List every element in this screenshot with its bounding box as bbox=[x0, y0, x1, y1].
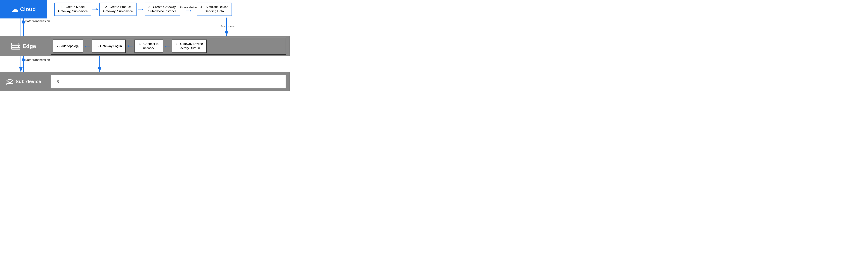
subdevice-icon bbox=[6, 78, 14, 85]
cloud-step-2: 2 - Create Product Gateway, Sub-device bbox=[99, 3, 136, 16]
cloud-row: ☁ Cloud 1 - Create Model Gateway, Sub-de… bbox=[0, 0, 290, 19]
cloud-step-4: 4 – Simulate Device Sending Data bbox=[197, 3, 232, 16]
arrow-c3-c4 bbox=[186, 9, 191, 12]
arrow-c1-c2 bbox=[92, 7, 98, 11]
subdevice-row: Sub-device 8 - bbox=[0, 72, 290, 91]
arrow-e5-e4 bbox=[164, 45, 170, 48]
cloud-label-text: Cloud bbox=[20, 6, 36, 12]
svg-rect-28 bbox=[7, 84, 8, 84]
subdevice-label: Sub-device bbox=[0, 72, 47, 91]
edge-step-6: 6 - Gateway Log in bbox=[92, 39, 126, 53]
cloud-step-3: 3 - Create Gateway, Sub-device instance bbox=[145, 3, 180, 16]
edge-steps-group: 7 - Add topology 6 - Gateway Log in bbox=[51, 38, 286, 55]
edge-label: Edge bbox=[0, 36, 47, 56]
data-transmission-top-label: Data transmission bbox=[25, 19, 50, 23]
svg-point-17 bbox=[18, 44, 19, 45]
svg-marker-26 bbox=[164, 45, 166, 47]
svg-rect-29 bbox=[8, 84, 9, 84]
diagram: ☁ Cloud 1 - Create Model Gateway, Sub-de… bbox=[0, 0, 290, 91]
arrow-c2-c3 bbox=[137, 7, 144, 11]
svg-marker-13 bbox=[142, 8, 144, 10]
svg-rect-20 bbox=[11, 48, 20, 49]
svg-marker-15 bbox=[190, 10, 191, 12]
edge-step-7: 7 - Add topology bbox=[53, 39, 83, 53]
cloud-steps: 1 - Create Model Gateway, Sub-device 2 -… bbox=[55, 3, 290, 16]
edge-row: Edge 7 - Add topology 6 - Gateway Log in bbox=[0, 36, 290, 56]
svg-marker-22 bbox=[85, 45, 86, 47]
svg-point-19 bbox=[18, 46, 19, 47]
arrow-e7-e6 bbox=[85, 45, 90, 48]
edge-label-text: Edge bbox=[23, 43, 36, 49]
cloud-step-1: 1 - Create Model Gateway, Sub-device bbox=[55, 3, 91, 16]
edge-step-4: 4 - Gateway Device Factory Burn-in bbox=[172, 39, 207, 53]
svg-marker-11 bbox=[96, 8, 98, 10]
subdevice-label-text: Sub-device bbox=[16, 79, 41, 84]
cloud-label: ☁ Cloud bbox=[0, 0, 47, 19]
svg-marker-24 bbox=[127, 45, 129, 47]
no-real-device-label: No real device bbox=[180, 6, 197, 9]
server-icon bbox=[11, 43, 20, 50]
arrow-e6-e5 bbox=[127, 45, 133, 48]
cloud-icon: ☁ bbox=[11, 5, 18, 13]
edge-step-5: 5 - Connect to network bbox=[134, 39, 163, 53]
subdevice-step-8: 8 - bbox=[51, 75, 286, 88]
real-device-label: Real device bbox=[220, 25, 235, 28]
data-transmission-bottom-label: Data transmission bbox=[25, 58, 50, 62]
